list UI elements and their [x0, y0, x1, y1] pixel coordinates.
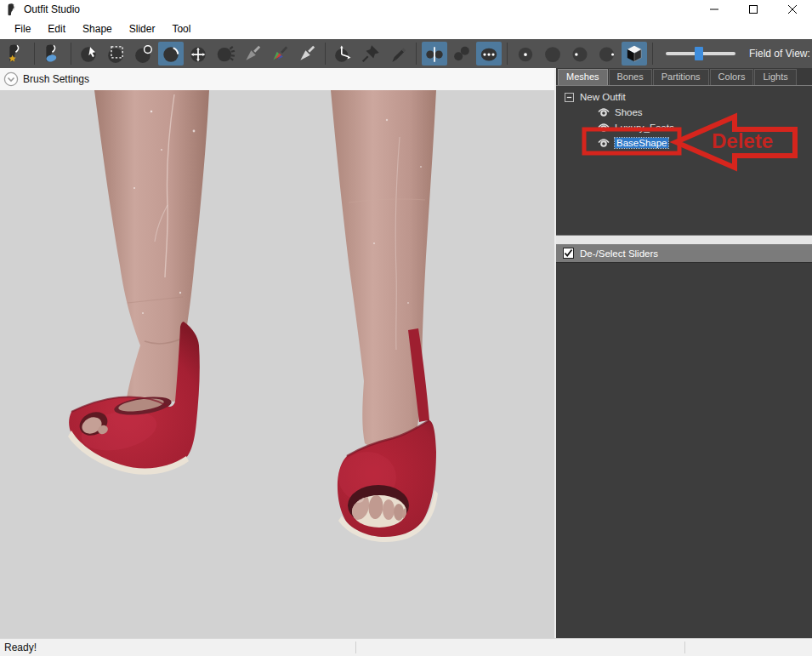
collapse-expander-icon[interactable]: [565, 93, 574, 102]
maximize-icon: [749, 5, 758, 14]
mask-brush-icon: [106, 43, 127, 64]
main-area: Brush Settings: [0, 68, 812, 638]
transform-tool-button[interactable]: [331, 42, 356, 66]
load-reference-icon: [43, 43, 63, 64]
status-message: Ready!: [4, 642, 37, 653]
color-brush-button[interactable]: [267, 42, 292, 66]
brush-settings-bar[interactable]: Brush Settings: [0, 68, 554, 90]
circle-right-dot-icon: [597, 43, 617, 64]
weight-brush-button[interactable]: [240, 42, 265, 66]
checkmark-icon: [564, 248, 573, 258]
viewport-3d[interactable]: [0, 90, 554, 638]
deselect-sliders-checkbox[interactable]: [563, 248, 574, 259]
window-title: Outfit Studio: [24, 3, 80, 15]
tab-partitions[interactable]: Partitions: [653, 69, 709, 85]
move-brush-icon: [188, 43, 208, 64]
left-shoe-mesh[interactable]: [68, 322, 200, 475]
app-icon: [6, 3, 18, 16]
fov-label: Field of View: 65: [749, 48, 812, 60]
three-dots-icon: [479, 43, 499, 64]
tree-item-baseshape[interactable]: BaseShape: [556, 135, 812, 151]
mask-brush-button[interactable]: [104, 42, 129, 66]
brush-focus-outer-button[interactable]: [594, 42, 620, 66]
collapse-chevron-icon[interactable]: [3, 71, 19, 87]
circle-left-dot-icon: [570, 43, 590, 64]
brush-size-large-button[interactable]: [540, 42, 565, 66]
deflate-brush-icon: [161, 43, 181, 64]
fov-slider-handle[interactable]: [695, 47, 703, 60]
menubar: File Edit Shape Slider Tool: [0, 19, 812, 39]
statusbar: Ready!: [0, 638, 812, 656]
tree-item-label: Luxury_Feets: [615, 123, 674, 133]
maximize-button[interactable]: [734, 0, 773, 19]
fov-slider[interactable]: [666, 52, 735, 55]
menu-file[interactable]: File: [6, 20, 39, 37]
eye-visibility-icon[interactable]: [597, 107, 610, 117]
alpha-brush-icon: [297, 43, 317, 64]
weight-brush-icon: [242, 43, 263, 64]
sliders-header-label: De-/Select Sliders: [580, 248, 658, 259]
select-tool-icon: [79, 43, 99, 64]
view-cube-icon: [624, 43, 644, 64]
x-mirror-button[interactable]: [422, 42, 447, 66]
toolbar-separator: [416, 43, 417, 65]
menu-shape[interactable]: Shape: [74, 20, 121, 37]
brush-focus-inner-button[interactable]: [567, 42, 593, 66]
circle-solid-icon: [542, 43, 563, 64]
minimize-icon: [710, 5, 718, 14]
move-brush-button[interactable]: [185, 42, 211, 66]
tree-item-label: Shoes: [615, 107, 643, 117]
minimize-button[interactable]: [695, 0, 734, 19]
connected-only-button[interactable]: [449, 42, 474, 66]
tree-item-luxury-feets[interactable]: Luxury_Feets: [556, 120, 812, 135]
inflate-brush-icon: [133, 43, 154, 64]
x-mirror-icon: [424, 43, 445, 64]
pencil-edit-button[interactable]: [385, 42, 411, 66]
eye-visibility-icon[interactable]: [597, 123, 610, 133]
brush-settings-label: Brush Settings: [23, 73, 89, 85]
tree-item-shoes[interactable]: Shoes: [556, 105, 812, 120]
panel-splitter[interactable]: [556, 236, 812, 244]
load-project-icon: [6, 43, 26, 64]
perspective-view-button[interactable]: [622, 42, 647, 66]
pin-vertex-button[interactable]: [358, 42, 383, 66]
deflate-brush-button[interactable]: [158, 42, 184, 66]
load-project-button[interactable]: [3, 42, 29, 66]
tab-meshes[interactable]: Meshes: [558, 69, 608, 85]
meshes-tree: New Outfit Shoes Luxury_Feets: [556, 85, 812, 236]
circle-center-dot-icon: [515, 43, 536, 64]
pin-icon: [361, 43, 381, 64]
menu-tool[interactable]: Tool: [163, 20, 199, 37]
eye-visibility-icon[interactable]: [597, 138, 610, 148]
menu-edit[interactable]: Edit: [39, 20, 74, 37]
tab-lights[interactable]: Lights: [754, 69, 796, 85]
outfit-studio-window: Outfit Studio File Edit Shape Slider Too…: [0, 0, 812, 656]
toolbar-separator: [325, 43, 326, 65]
tree-item-new-outfit[interactable]: New Outfit: [556, 89, 812, 105]
toolbar-separator: [71, 43, 71, 65]
close-icon: [788, 5, 797, 14]
brush-size-small-button[interactable]: [513, 42, 538, 66]
viewport-column: Brush Settings: [0, 68, 554, 638]
tab-colors[interactable]: Colors: [710, 69, 754, 85]
inflate-brush-button[interactable]: [131, 42, 156, 66]
toolbar: Field of View: 65: [0, 39, 812, 68]
tab-bones[interactable]: Bones: [609, 69, 652, 85]
tree-item-label-selected: BaseShape: [615, 138, 668, 148]
select-tool-button[interactable]: [77, 42, 102, 66]
statusbar-divider: [684, 642, 685, 653]
right-panel: Meshes Bones Partitions Colors Lights Ne…: [554, 68, 812, 638]
menu-slider[interactable]: Slider: [121, 20, 164, 37]
pencil-icon: [388, 43, 408, 64]
load-reference-button[interactable]: [40, 42, 65, 66]
close-button[interactable]: [773, 0, 812, 19]
fov-slider-track[interactable]: [666, 52, 735, 55]
global-brush-collision-button[interactable]: [476, 42, 502, 66]
titlebar: Outfit Studio: [0, 0, 812, 19]
smooth-brush-button[interactable]: [213, 42, 238, 66]
toolbar-separator: [652, 43, 653, 65]
scene-render: [0, 90, 554, 638]
alpha-brush-button[interactable]: [294, 42, 320, 66]
color-brush-icon: [270, 43, 290, 64]
connected-circles-icon: [451, 43, 472, 64]
